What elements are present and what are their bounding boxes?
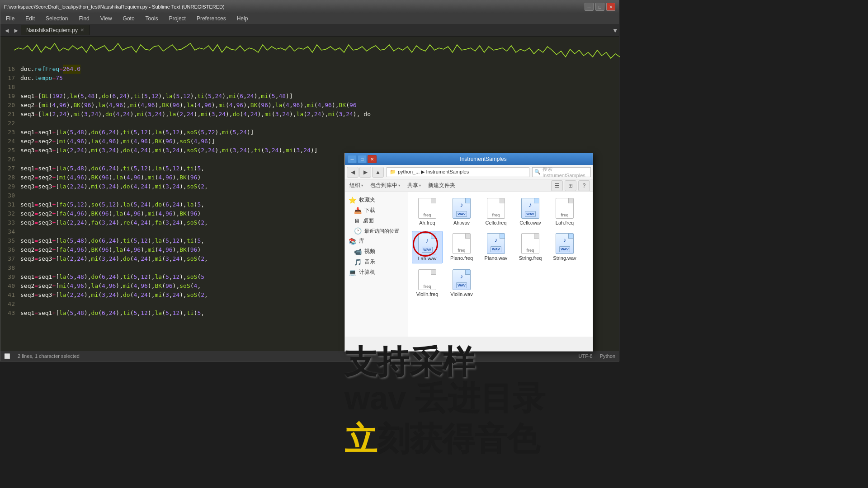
ah-wav-name: Ah.wav <box>453 220 470 225</box>
fe-back[interactable]: ◀ <box>347 167 359 178</box>
music-note-icon: ♪ <box>460 201 463 208</box>
fe-minimize[interactable]: ─ <box>348 155 357 163</box>
status-text: 2 lines, 1 character selected <box>18 353 80 359</box>
close-button[interactable]: ✕ <box>606 3 615 11</box>
menu-goto[interactable]: Goto <box>120 14 137 23</box>
piano-wav-badge: WAV <box>491 246 501 252</box>
desktop-icon: 🖥 <box>354 217 360 225</box>
fe-new-folder[interactable]: 新建文件夹 <box>426 181 457 190</box>
string-wav-badge: WAV <box>559 246 570 252</box>
sidebar-favorites-label: 收藏夹 <box>359 196 375 204</box>
library-icon: 📚 <box>349 238 356 245</box>
fe-include-library[interactable]: 包含到库中 ▾ <box>368 181 402 190</box>
lah-wav-name: Lah.wav <box>418 256 437 261</box>
overlay-text-line1: 支持采样 <box>344 344 475 380</box>
cello-freq-icon: freq <box>485 197 507 219</box>
cello-wav-badge: WAV <box>525 211 536 217</box>
fe-sidebar: ⭐ 收藏夹 📥 下载 🖥 桌面 🕐 最近访问的位置 📚 库 📹 视频 <box>345 192 408 337</box>
string-freq-icon: freq <box>519 233 541 254</box>
sidebar-library-label: 库 <box>359 237 364 245</box>
menu-view[interactable]: View <box>98 14 115 23</box>
menu-help[interactable]: Help <box>234 14 251 23</box>
violin-freq-icon: freq <box>416 269 438 291</box>
minimize-button[interactable]: ─ <box>585 3 594 11</box>
file-ah-wav[interactable]: ♪ WAV Ah.wav <box>446 196 477 227</box>
window-controls: ─ □ ✕ <box>585 3 615 11</box>
violin-wav-icon: ♪ WAV <box>451 269 472 291</box>
fe-view-tiles[interactable]: ⊞ <box>565 180 576 191</box>
folder-icon: 📁 <box>390 169 396 175</box>
sidebar-item-video[interactable]: 📹 视频 <box>345 246 408 257</box>
sidebar-item-library[interactable]: 📚 库 <box>345 236 408 246</box>
file-violin-freq[interactable]: freq Violin.freq <box>412 267 443 299</box>
file-piano-freq[interactable]: freq Piano.freq <box>446 231 477 263</box>
file-cello-wav[interactable]: ♪ WAV Cello.wav <box>515 196 546 227</box>
sidebar-item-recent[interactable]: 🕐 最近访问的位置 <box>345 226 408 236</box>
violin-wav-badge: WAV <box>456 282 467 288</box>
encoding-info: UTF-8 <box>579 353 593 359</box>
lah-freq-icon: freq <box>554 197 576 219</box>
string-wav-icon: ♪ WAV <box>554 233 576 254</box>
file-cello-freq[interactable]: freq Cello.freq <box>481 196 511 227</box>
file-lah-freq[interactable]: freq Lah.freq <box>549 196 580 227</box>
overlay-yellow-char: 立 <box>344 421 377 457</box>
piano-wav-icon: ♪ WAV <box>485 233 507 254</box>
file-string-wav[interactable]: ♪ WAV String.wav <box>549 231 580 263</box>
fe-window-controls: ─ □ ✕ <box>348 155 377 163</box>
menu-edit[interactable]: Edit <box>23 14 38 23</box>
file-lah-wav[interactable]: ♪ WAV Lah.wav <box>412 231 443 263</box>
fe-organize-label: 组织 <box>349 182 360 189</box>
tab-nav-left[interactable]: ◀ <box>2 27 11 34</box>
piano-freq-badge: freq <box>458 248 465 253</box>
tab-dropdown[interactable]: ▼ <box>613 27 617 34</box>
search-icon: 🔍 <box>534 169 541 175</box>
fe-close[interactable]: ✕ <box>368 155 377 163</box>
fe-file-content: freq Ah.freq ♪ WAV Ah.wav <box>408 192 593 337</box>
menu-project[interactable]: Project <box>166 14 189 23</box>
sidebar-item-computer[interactable]: 💻 计算机 <box>345 267 408 277</box>
fe-view-list[interactable]: ☰ <box>551 180 563 191</box>
fe-share[interactable]: 共享 ▾ <box>406 181 423 190</box>
fe-body: ⭐ 收藏夹 📥 下载 🖥 桌面 🕐 最近访问的位置 📚 库 📹 视频 <box>345 192 593 337</box>
menu-preferences[interactable]: Preferences <box>194 14 229 23</box>
sidebar-item-favorites[interactable]: ⭐ 收藏夹 <box>345 195 408 205</box>
tab-nav-right[interactable]: ▶ <box>11 27 20 34</box>
active-tab[interactable]: NaushikaRequiem.py ✕ <box>21 25 90 35</box>
file-ah-freq[interactable]: freq Ah.freq <box>412 196 443 227</box>
lah-freq-name: Lah.freq <box>556 220 574 225</box>
sidebar-computer-label: 计算机 <box>359 268 375 276</box>
tab-filename: NaushikaRequiem.py <box>26 27 78 33</box>
ah-freq-name: Ah.freq <box>419 220 435 225</box>
file-string-freq[interactable]: freq String.freq <box>515 231 546 263</box>
string-wav-name: String.wav <box>553 255 576 261</box>
sidebar-item-downloads[interactable]: 📥 下载 <box>345 205 408 216</box>
share-dropdown-icon: ▾ <box>419 183 421 188</box>
menu-file[interactable]: File <box>3 14 17 23</box>
video-icon: 📹 <box>354 248 362 255</box>
menu-find[interactable]: Find <box>76 14 92 23</box>
fe-address-bar[interactable]: 📁 python_... ▶ InstrumentSamples <box>387 167 529 177</box>
fe-up[interactable]: ▲ <box>372 167 384 178</box>
piano-music-icon: ♪ <box>495 236 498 244</box>
cello-wav-icon: ♪ WAV <box>519 197 541 219</box>
menu-tools[interactable]: Tools <box>143 14 161 23</box>
file-piano-wav[interactable]: ♪ WAV Piano.wav <box>481 231 511 263</box>
fe-help[interactable]: ? <box>578 180 590 191</box>
sidebar-item-music[interactable]: 🎵 音乐 <box>345 257 408 267</box>
maximize-button[interactable]: □ <box>595 3 604 11</box>
string-freq-name: String.freq <box>519 255 542 261</box>
ah-wav-icon: ♪ WAV <box>451 197 472 219</box>
file-violin-wav[interactable]: ♪ WAV Violin.wav <box>446 267 477 299</box>
downloads-icon: 📥 <box>354 207 362 214</box>
fe-forward[interactable]: ▶ <box>359 167 371 178</box>
menu-selection[interactable]: Selection <box>43 14 71 23</box>
fe-organize[interactable]: 组织 ▾ <box>348 181 365 190</box>
fe-address-text: python_... ▶ InstrumentSamples <box>398 169 469 175</box>
fe-search-bar[interactable]: 🔍 搜索 InstrumentSamples <box>532 167 591 177</box>
fe-maximize[interactable]: □ <box>358 155 367 163</box>
line-numbers: 16 17 18 19 20 21 22 23 24 25 26 27 28 2… <box>0 64 19 361</box>
sidebar-item-desktop[interactable]: 🖥 桌面 <box>345 216 408 226</box>
lah-wav-badge: WAV <box>422 247 433 253</box>
lah-freq-badge: freq <box>561 213 568 217</box>
tab-close-button[interactable]: ✕ <box>80 28 84 33</box>
